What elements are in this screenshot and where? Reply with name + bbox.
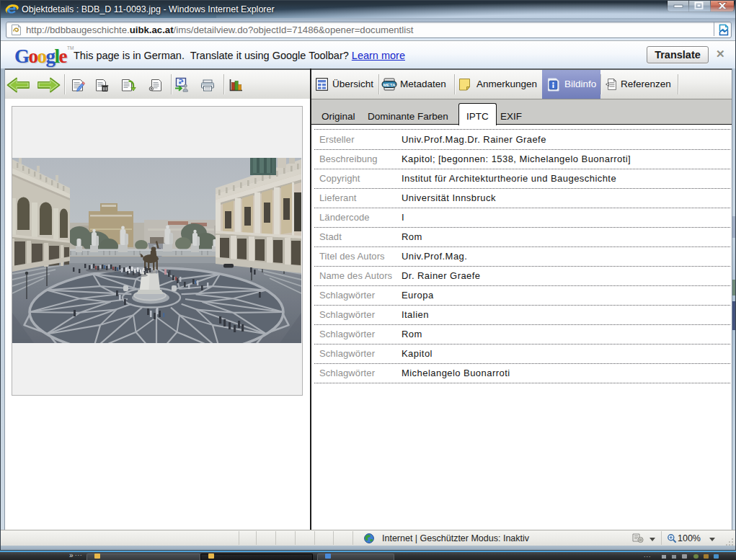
svg-text:META: META xyxy=(383,82,396,87)
